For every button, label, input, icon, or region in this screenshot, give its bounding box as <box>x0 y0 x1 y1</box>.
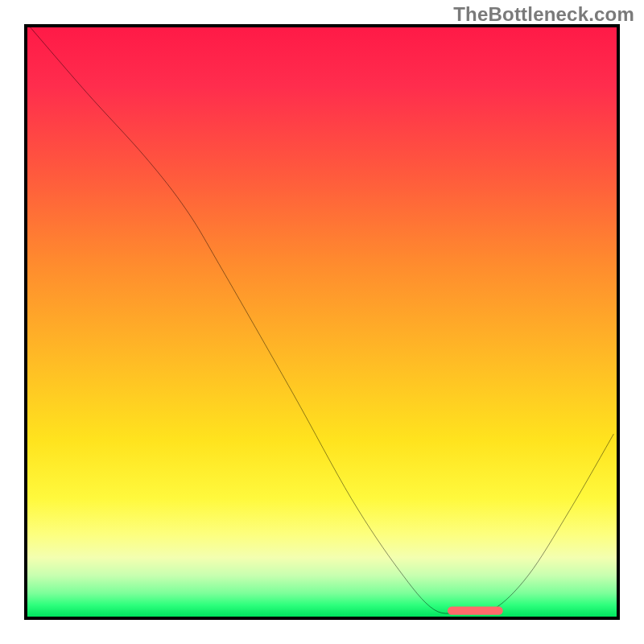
chart-container: TheBottleneck.com <box>0 0 644 644</box>
watermark-text: TheBottleneck.com <box>453 3 634 26</box>
optimal-marker-layer <box>27 27 617 617</box>
plot-area <box>24 24 620 620</box>
